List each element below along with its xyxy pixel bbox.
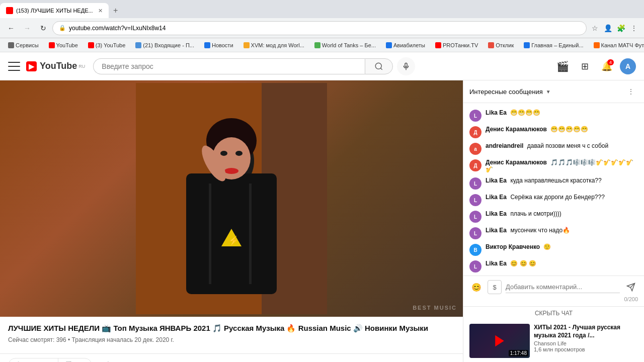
extensions-icon[interactable]: 🧩 — [615, 22, 627, 34]
bookmark-wot[interactable]: World of Tanks – Бе... — [310, 41, 380, 49]
bookmark-news[interactable]: Новости — [200, 41, 237, 49]
active-tab[interactable]: (153) ЛУЧШИЕ ХИТЫ НЕДЕ... ✕ — [0, 3, 109, 18]
chat-msg-body-7: Lika Ea мусончик что надо🔥 — [486, 227, 638, 234]
more-button[interactable] — [435, 358, 455, 362]
back-button[interactable]: ← — [4, 21, 18, 35]
video-player[interactable]: ⚡ BEST MUSIC — [0, 80, 463, 317]
rec-channel-0: Chanson Life — [534, 340, 638, 346]
bookmark-match[interactable]: Канал МАТЧ Футб... — [590, 41, 645, 49]
bookmark-protanki[interactable]: PROТанки.TV — [431, 41, 482, 49]
svg-rect-2 — [405, 63, 407, 67]
tab-bar: (153) ЛУЧШИЕ ХИТЫ НЕДЕ... ✕ + — [0, 0, 644, 18]
chat-msg-body-5: Lika Ea Серёжа как дороги до Бендер??? — [486, 194, 638, 201]
chat-header: Интересные сообщения ▼ ⋮ — [463, 80, 644, 103]
chat-avatar-3: Д — [469, 159, 481, 171]
video-person-svg: ⚡ — [136, 83, 327, 314]
yt-header-actions: 🎬 ⊞ 🔔 4 A — [553, 57, 636, 75]
create-button[interactable]: 🎬 — [553, 57, 572, 75]
chat-messages: L Lika Ea 😁😁😁😁 Д Денис Карамалюков 😁😁😁😁😁 — [463, 103, 644, 276]
chat-text-9: 😊 😊 😊 — [510, 260, 536, 267]
search-button[interactable] — [365, 58, 393, 74]
chat-message-1: Д Денис Карамалюков 😁😁😁😁😁 — [463, 124, 644, 140]
chat-msg-body-6: Lika Ea плачь и смотри)))) — [486, 210, 638, 217]
user-avatar[interactable]: A — [620, 58, 636, 74]
yt-logo-text: YouTube — [40, 61, 77, 71]
chat-message-6: L Lika Ea плачь и смотри)))) — [463, 208, 644, 225]
mic-icon — [402, 62, 410, 70]
chat-msg-body-4: Lika Ea куда направляешься красотка?? — [486, 177, 638, 184]
chat-message-0: L Lika Ea 😁😁😁😁 — [463, 107, 644, 124]
chat-text-4: куда направляешься красотка?? — [510, 177, 601, 184]
chat-message-7: L Lika Ea мусончик что надо🔥 — [463, 225, 644, 241]
tab-favicon — [6, 7, 13, 14]
bookmark-favicon-2 — [88, 42, 94, 48]
chat-text-5: Серёжа как дороги до Бендер??? — [510, 194, 605, 201]
chat-comment-input[interactable] — [506, 281, 620, 293]
notifications-button[interactable]: 🔔 4 — [598, 57, 616, 75]
bookmark-favicon-7 — [386, 42, 392, 48]
bookmark-inbox[interactable]: (21) Входящие - П... — [131, 41, 198, 49]
chat-header-more-btn[interactable]: ⋮ — [624, 84, 638, 99]
chat-hide-button[interactable]: СКРЫТЬ ЧАТ — [463, 306, 644, 320]
video-info: ЛУЧШИЕ ХИТЫ НЕДЕЛИ 📺 Топ Музыка ЯНВАРЬ 2… — [0, 317, 463, 347]
save-button[interactable]: СОХРАНИТЬ — [164, 358, 227, 362]
chat-message-8: В Виктор Кравченко 🙂 — [463, 241, 644, 258]
apps-button[interactable]: ⊞ — [576, 57, 594, 75]
bookmark-favicon-9 — [488, 42, 494, 48]
hamburger-line-3 — [8, 70, 20, 71]
chat-text-8: 🙂 — [543, 243, 551, 250]
bookmark-favicon-4 — [204, 42, 210, 48]
mic-button[interactable] — [397, 57, 415, 75]
chat-dropdown-arrow[interactable]: ▼ — [546, 89, 551, 95]
bookmark-label-4: Новости — [212, 42, 233, 48]
chat-avatar-0: L — [469, 110, 481, 122]
bookmark-favicon-6 — [314, 42, 320, 48]
yt-logo-area: ▶ YouTube RU — [8, 60, 85, 72]
bookmark-yt1[interactable]: YouTube — [45, 41, 82, 49]
chat-amount-button[interactable]: $ — [488, 280, 502, 294]
tab-close-icon[interactable]: ✕ — [98, 8, 103, 14]
rec-video-0[interactable]: 1:17:48 ХИТЫ 2021 - Лучшая русская музык… — [463, 320, 644, 362]
chat-send-button[interactable] — [624, 280, 638, 294]
browser-window: (153) ЛУЧШИЕ ХИТЫ НЕДЕ... ✕ + ← → ↻ 🔒 ☆ … — [0, 0, 644, 362]
bookmark-servisy[interactable]: Сервисы — [4, 41, 43, 49]
menu-icon[interactable]: ⋮ — [628, 22, 640, 34]
chat-message-3: Д Денис Карамалюков 🎵🎵🎵🎼🎼🎼🎷🎷🎷🎷🎷🎷 — [463, 157, 644, 175]
reload-button[interactable]: ↻ — [36, 21, 50, 35]
like-dislike-group: 8,2 ТЫС. 881 — [8, 358, 92, 362]
chat-avatar-6: L — [469, 211, 481, 223]
video-meta: Сейчас смотрят: 396 • Трансляция началас… — [8, 336, 455, 343]
bookmark-label-5: XVM: мод для Worl... — [251, 42, 304, 48]
profile-icon[interactable]: 👤 — [602, 22, 614, 34]
youtube-header: ▶ YouTube RU 🎬 ⊞ 🔔 4 — [0, 52, 644, 80]
bookmark-favicon-10 — [524, 42, 530, 48]
url-input[interactable] — [69, 25, 580, 32]
char-count: 0/200 — [469, 296, 638, 302]
bookmark-avia[interactable]: Авиабилеты — [382, 41, 429, 49]
bookmark-ediny[interactable]: Главная – Единый... — [520, 41, 587, 49]
chat-emoji-button[interactable]: 😊 — [469, 280, 484, 294]
bookmark-otklik[interactable]: Отклик — [484, 41, 518, 49]
bookmark-yt2[interactable]: (3) YouTube — [84, 41, 130, 49]
dislike-button[interactable]: 881 — [58, 358, 92, 362]
like-button[interactable]: 8,2 ТЫС. — [9, 358, 58, 362]
rec-play-icon-0 — [492, 333, 507, 348]
bookmark-icon[interactable]: ☆ — [589, 22, 601, 34]
chat-text-6: плачь и смотри)))) — [510, 210, 561, 217]
chat-username-1: Денис Карамалюков — [486, 126, 547, 133]
address-bar[interactable]: 🔒 — [52, 21, 587, 35]
share-button[interactable]: ПОДЕЛИТЬСЯ — [96, 358, 164, 362]
bookmark-label-3: (21) Входящие - П... — [143, 42, 194, 48]
bookmark-xvm[interactable]: XVM: мод для Worl... — [239, 41, 308, 49]
youtube-logo[interactable]: ▶ YouTube RU — [26, 61, 85, 71]
new-tab-button[interactable]: + — [109, 4, 123, 18]
search-input[interactable] — [93, 58, 365, 74]
bookmark-label-2: (3) YouTube — [96, 42, 126, 48]
hamburger-line-2 — [8, 66, 20, 67]
svg-point-12 — [220, 151, 227, 156]
forward-button[interactable]: → — [20, 21, 34, 35]
yt-logo-icon: ▶ — [26, 61, 37, 71]
hamburger-menu[interactable] — [8, 60, 20, 72]
bookmark-favicon-8 — [435, 42, 441, 48]
chat-username-4: Lika Ea — [486, 177, 507, 184]
